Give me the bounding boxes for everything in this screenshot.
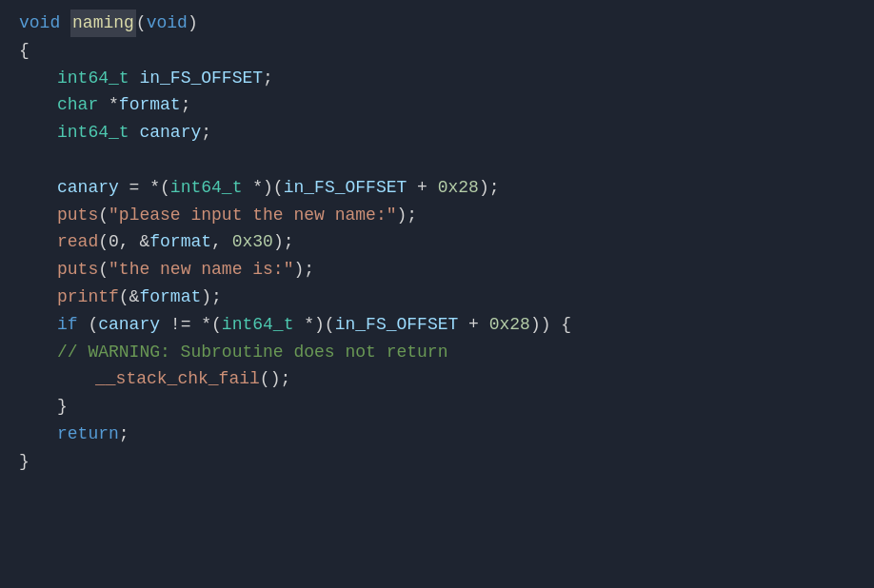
type-int64-2: int64_t — [57, 119, 129, 147]
string-1: "please input the new name:" — [109, 202, 396, 229]
code-line-8: puts ( "please input the new name:" ); — [19, 202, 855, 229]
type-int64: int64_t — [57, 65, 129, 92]
hex-0x28: 0x28 — [438, 174, 479, 202]
code-line-3: int64_t in_FS_OFFSET ; — [19, 65, 855, 92]
keyword-return: return — [57, 421, 119, 448]
var-format-ref: format — [149, 228, 211, 256]
type-char: char — [57, 91, 98, 119]
code-line-2: { — [19, 37, 855, 65]
code-line-4: char * format ; — [19, 91, 855, 119]
code-line-14: __stack_chk_fail (); — [19, 365, 855, 393]
code-line-17: } — [19, 448, 855, 476]
code-line-12: if ( canary != *( int64_t *)( in_FS_OFFS… — [19, 311, 855, 339]
code-line-16: return ; — [19, 421, 855, 448]
code-line-9: read (0, & format , 0x30 ); — [19, 228, 855, 256]
code-line-15: } — [19, 393, 855, 421]
code-line-11: printf (& format ); — [19, 284, 855, 311]
code-line-7: canary = *( int64_t *)( in_FS_OFFSET + 0… — [19, 174, 855, 202]
var-offset: in_FS_OFFSET — [139, 65, 263, 92]
comment-warning: // WARNING: Subroutine does not return — [57, 339, 447, 366]
func-read: read — [57, 228, 98, 256]
code-line-5: int64_t canary ; — [19, 119, 855, 147]
code-line-10: puts ( "the new name is:" ); — [19, 256, 855, 284]
func-puts1: puts — [57, 202, 98, 229]
keyword-void2: void — [147, 10, 188, 37]
var-offset-use: in_FS_OFFSET — [284, 174, 407, 202]
type-cast-int64: int64_t — [170, 174, 243, 202]
var-format-printf: format — [139, 284, 201, 311]
var-format: format — [119, 91, 181, 119]
hex-0x30: 0x30 — [232, 228, 273, 256]
code-line-13: // WARNING: Subroutine does not return — [19, 339, 855, 366]
func-puts2: puts — [57, 256, 98, 284]
keyword-void: void — [19, 10, 60, 37]
keyword-if: if — [57, 311, 78, 339]
function-name: naming — [70, 10, 136, 37]
hex-0x28-2: 0x28 — [489, 311, 530, 339]
string-2: "the new name is:" — [109, 256, 293, 284]
type-cast-int64-2: int64_t — [222, 311, 294, 339]
code-editor: void naming ( void ) { int64_t in_FS_OFF… — [0, 0, 874, 588]
var-offset-check: in_FS_OFFSET — [335, 311, 459, 339]
func-stack-chk: __stack_chk_fail — [95, 365, 260, 393]
var-canary-assign: canary — [57, 174, 119, 202]
code-line-1: void naming ( void ) — [19, 10, 855, 37]
func-printf: printf — [57, 284, 119, 311]
code-line-6 — [19, 147, 855, 174]
var-canary-check: canary — [98, 311, 160, 339]
var-canary-decl: canary — [139, 119, 201, 147]
